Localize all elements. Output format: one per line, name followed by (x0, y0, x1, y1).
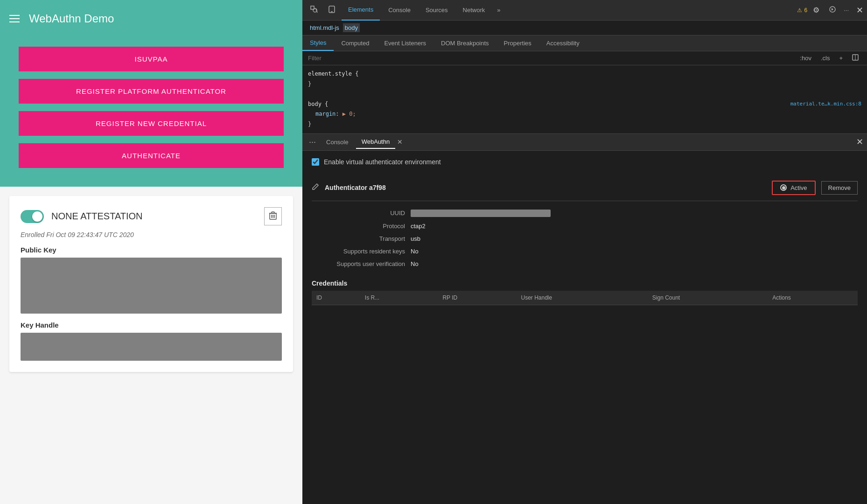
uuid-row: UUID (312, 207, 858, 220)
card-header: NONE ATTESTATION (21, 207, 282, 225)
styles-filter-row: :hov .cls + (302, 51, 867, 65)
style-tab-event-listeners[interactable]: Event Listeners (377, 35, 434, 51)
buttons-area: ISUVPAA REGISTER PLATFORM AUTHENTICATOR … (0, 37, 302, 187)
user-verification-row: Supports user verification No (312, 258, 858, 270)
col-is-resident: Is R... (360, 291, 438, 305)
resident-keys-row: Supports resident keys No (312, 245, 858, 258)
credentials-header-row: ID Is R... RP ID User Handle Sign Count … (312, 291, 858, 305)
radio-dot-inner (782, 186, 785, 189)
credential-name: NONE ATTESTATION (51, 211, 143, 222)
tab-console[interactable]: Console (382, 0, 417, 21)
active-badge-container: Active Remove (772, 181, 858, 195)
hamburger-icon[interactable] (9, 15, 20, 22)
auth-details: UUID Protocol ctap2 Transport usb Suppor… (312, 201, 858, 276)
uuid-value (411, 210, 551, 217)
styles-panel: Styles Computed Event Listeners DOM Brea… (302, 35, 867, 134)
devtools-toolbar: Elements Console Sources Network » ⚠ 6 ⚙… (302, 0, 867, 21)
enable-virtual-auth-label: Enable virtual authenticator environment (324, 158, 441, 166)
webauthn-section: ··· Console WebAuthn ✕ ✕ Enable virtual … (302, 134, 867, 504)
uuid-label: UUID (312, 210, 405, 217)
style-tab-styles[interactable]: Styles (302, 35, 334, 51)
credentials-table-header: ID Is R... RP ID User Handle Sign Count … (312, 291, 858, 305)
remove-authenticator-button[interactable]: Remove (821, 181, 858, 195)
wa-tab-webauthn[interactable]: WebAuthn (356, 135, 395, 149)
transport-value: usb (411, 235, 420, 242)
styles-content: element.style { } body { material.te…k.m… (302, 65, 867, 133)
webauthn-content: Enable virtual authenticator environment… (302, 151, 867, 504)
app-title: WebAuthn Demo (29, 12, 114, 25)
css-value-margin: ▶ 0; (343, 111, 356, 117)
settings-button[interactable]: ⚙ (809, 3, 823, 17)
css-selector-body: body { (308, 101, 328, 107)
trash-icon (269, 211, 277, 220)
panel-close-button[interactable]: ✕ (856, 137, 863, 147)
radio-dot[interactable] (780, 184, 787, 191)
focus-debuggee-button[interactable] (825, 3, 840, 18)
device-toolbar-button[interactable] (324, 2, 340, 18)
register-new-credential-button[interactable]: REGISTER NEW CREDENTIAL (19, 111, 284, 136)
warning-badge: ⚠ 6 (797, 7, 807, 14)
css-property-margin: margin (315, 111, 336, 117)
more-tabs-indicator: » (493, 7, 504, 14)
breadcrumb-body[interactable]: body (343, 23, 360, 32)
tab-sources[interactable]: Sources (419, 0, 454, 21)
tab-elements[interactable]: Elements (342, 0, 380, 21)
credentials-section: Credentials ID Is R... RP ID User Handle… (312, 276, 858, 309)
css-selector-element: element.style { (308, 70, 358, 77)
edit-authenticator-button[interactable] (312, 183, 319, 192)
enrolled-date: Enrolled Fri Oct 09 22:43:47 UTC 2020 (21, 231, 282, 238)
transport-label: Transport (312, 235, 405, 242)
protocol-value: ctap2 (411, 223, 426, 230)
inspect-element-button[interactable] (306, 2, 322, 18)
devtools-close-button[interactable]: ✕ (856, 5, 863, 15)
app-header: WebAuthn Demo (0, 0, 302, 37)
isuvpaa-button[interactable]: ISUVPAA (19, 47, 284, 71)
css-source-link[interactable]: material.te…k.min.css:8 (790, 99, 861, 109)
add-style-button[interactable]: + (836, 54, 846, 63)
styles-filter-input[interactable] (308, 55, 793, 62)
resident-keys-value: No (411, 248, 419, 255)
user-verification-value: No (411, 260, 419, 267)
webauthn-tabs-bar: ··· Console WebAuthn ✕ ✕ (302, 134, 867, 151)
new-style-rule-button[interactable] (849, 53, 861, 63)
auth-header: Authenticator a7f98 Active Remove (312, 175, 858, 201)
elements-breadcrumb: html.mdl-js body (302, 21, 867, 35)
register-platform-button[interactable]: REGISTER PLATFORM AUTHENTICATOR (19, 79, 284, 104)
enable-virtual-auth-checkbox[interactable] (312, 158, 319, 166)
key-handle-label: Key Handle (21, 321, 282, 329)
col-id: ID (312, 291, 360, 305)
wa-tab-close-button[interactable]: ✕ (395, 138, 405, 146)
key-handle-value (21, 333, 282, 361)
protocol-label: Protocol (312, 223, 405, 230)
col-actions: Actions (768, 291, 858, 305)
hov-button[interactable]: :hov (797, 54, 814, 63)
col-user-handle: User Handle (516, 291, 647, 305)
panel-more-button[interactable]: ··· (306, 137, 319, 147)
enable-virtual-auth-row: Enable virtual authenticator environment (312, 158, 858, 166)
delete-credential-button[interactable] (264, 207, 282, 225)
wa-tab-console[interactable]: Console (321, 136, 354, 148)
warning-count: 6 (804, 7, 807, 14)
style-tab-dom-breakpoints[interactable]: DOM Breakpoints (434, 35, 496, 51)
devtools-panel: Elements Console Sources Network » ⚠ 6 ⚙… (302, 0, 867, 504)
warning-icon: ⚠ (797, 7, 802, 14)
public-key-value (21, 258, 282, 314)
wa-tab-webauthn-container: WebAuthn ✕ (356, 135, 405, 149)
authenticator-card: Authenticator a7f98 Active Remove UU (312, 175, 858, 309)
toggle-switch[interactable] (21, 210, 44, 223)
breadcrumb-html[interactable]: html.mdl-js (308, 23, 341, 32)
ellipsis: ··· (842, 7, 851, 14)
tab-network[interactable]: Network (456, 0, 492, 21)
cls-button[interactable]: .cls (818, 54, 833, 63)
active-label: Active (790, 184, 807, 191)
card-header-left: NONE ATTESTATION (21, 210, 143, 223)
active-badge[interactable]: Active (772, 181, 815, 195)
col-rp-id: RP ID (438, 291, 516, 305)
style-tab-accessibility[interactable]: Accessibility (539, 35, 587, 51)
resident-keys-label: Supports resident keys (312, 248, 405, 255)
authenticate-button[interactable]: AUTHENTICATE (19, 143, 284, 168)
style-tab-computed[interactable]: Computed (334, 35, 377, 51)
left-panel: WebAuthn Demo ISUVPAA REGISTER PLATFORM … (0, 0, 302, 504)
styles-tabs: Styles Computed Event Listeners DOM Brea… (302, 35, 867, 51)
style-tab-properties[interactable]: Properties (496, 35, 539, 51)
